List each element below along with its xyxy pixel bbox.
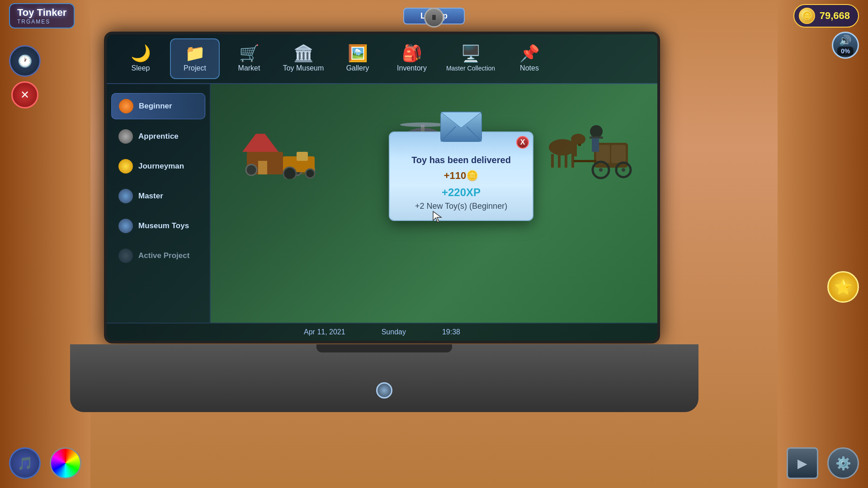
project-icon: 📁: [185, 45, 205, 61]
volume-icon: 🔊: [839, 35, 851, 47]
bottom-left-buttons: 🎵: [9, 447, 81, 479]
nav-sleep[interactable]: 🌙 Sleep: [116, 38, 165, 79]
nav-notes[interactable]: 📌 Notes: [505, 38, 554, 79]
xp-label: XP: [466, 186, 481, 198]
sidebar-item-journeyman[interactable]: Journeyman: [111, 154, 205, 179]
notification-coins: +110🪙: [399, 170, 524, 182]
nav-sleep-label: Sleep: [132, 64, 150, 72]
nav-master-collection-label: Master Collection: [446, 65, 495, 72]
toy-museum-icon: 🏛️: [293, 45, 314, 61]
volume-button[interactable]: 🔊 0%: [832, 32, 859, 59]
active-project-icon: [118, 249, 133, 263]
nav-master-collection[interactable]: 🖥️ Master Collection: [441, 38, 500, 79]
inventory-icon: 🎒: [402, 45, 422, 61]
notification-xp: +220XP: [399, 186, 524, 199]
museum-icon: [118, 219, 133, 233]
pause-button[interactable]: ⏸: [424, 8, 444, 28]
coins-display: 🪙 79,668: [793, 4, 859, 28]
left-decorations: 🕐 ✕: [9, 45, 41, 108]
beginner-icon: [119, 99, 133, 113]
status-time: 19:38: [442, 328, 460, 336]
laptop-nav: 🌙 Sleep 📁 Project 🛒 Market 🏛️ Toy Museum…: [107, 34, 657, 84]
star-button-area: ⭐: [827, 271, 859, 303]
nav-project[interactable]: 📁 Project: [170, 38, 220, 79]
nav-market[interactable]: 🛒 Market: [224, 38, 274, 79]
notification-overlay: X Toy has been delivered +110🪙 +220XP +2…: [211, 84, 657, 323]
nav-notes-label: Notes: [520, 64, 539, 72]
notification-box: X Toy has been delivered +110🪙 +220XP +2…: [389, 131, 533, 221]
nav-gallery[interactable]: 🖼️ Gallery: [333, 38, 382, 79]
nav-toy-museum[interactable]: 🏛️ Toy Museum: [278, 38, 328, 79]
right-bottom-buttons: ▶ ⚙️: [787, 447, 859, 479]
sidebar: Beginner Apprentice Journeyman Master Mu…: [107, 84, 211, 323]
nav-inventory[interactable]: 🎒 Inventory: [387, 38, 437, 79]
sidebar-journeyman-label: Journeyman: [138, 162, 184, 171]
sidebar-active-label: Active Project: [138, 251, 189, 260]
coins-amount: 79,668: [820, 10, 850, 22]
sidebar-museum-label: Museum Toys: [138, 221, 189, 230]
volume-percent: 0%: [837, 47, 854, 56]
top-bar: Toy Tinker TRGAMES ⏸ Laptop 🪙 79,668: [0, 0, 868, 32]
color-wheel-button[interactable]: [50, 447, 81, 479]
coin-icon: 🪙: [799, 8, 815, 24]
master-collection-icon: 🖥️: [461, 46, 481, 62]
gear-button[interactable]: ⚙️: [827, 447, 859, 479]
status-day: Sunday: [382, 328, 406, 336]
notes-icon: 📌: [519, 45, 540, 61]
status-date: Apr 11, 2021: [304, 328, 345, 336]
laptop-body: [70, 344, 698, 412]
market-icon: 🛒: [239, 45, 259, 61]
nav-market-label: Market: [238, 64, 260, 72]
gallery-icon: 🖼️: [348, 45, 368, 61]
nav-gallery-label: Gallery: [346, 64, 369, 72]
sidebar-item-beginner[interactable]: Beginner: [111, 93, 205, 119]
music-button[interactable]: 🎵: [9, 447, 41, 479]
nav-arrow-button[interactable]: ▶: [787, 447, 818, 479]
sidebar-item-museum-toys[interactable]: Museum Toys: [111, 213, 205, 239]
sidebar-item-active-project[interactable]: Active Project: [111, 243, 205, 268]
notification-title: Toy has been delivered: [399, 155, 524, 165]
app-title: Toy Tinker: [17, 7, 66, 19]
sidebar-apprentice-label: Apprentice: [138, 132, 179, 141]
arrow-icon: ▶: [797, 456, 807, 471]
close-icon: X: [520, 138, 525, 146]
main-area: X Toy has been delivered +110🪙 +220XP +2…: [211, 84, 657, 323]
nav-inventory-label: Inventory: [397, 64, 427, 72]
music-icon: 🎵: [17, 456, 33, 471]
journeyman-icon: [118, 159, 133, 174]
laptop-hinge: [316, 344, 452, 352]
laptop-content: Beginner Apprentice Journeyman Master Mu…: [107, 84, 657, 323]
sidebar-beginner-label: Beginner: [139, 102, 172, 111]
sleep-icon: 🌙: [131, 45, 151, 61]
star-icon: ⭐: [834, 278, 852, 296]
clock-icon: 🕐: [9, 45, 41, 77]
right-side-buttons: 🔊 0%: [832, 32, 859, 59]
company-name: TRGAMES: [17, 19, 66, 25]
gear-icon: ⚙️: [835, 456, 851, 471]
envelope-icon: [439, 108, 484, 145]
laptop-screen: 🌙 Sleep 📁 Project 🛒 Market 🏛️ Toy Museum…: [104, 32, 660, 343]
sidebar-master-label: Master: [138, 192, 163, 201]
notification-new-toys: +2 New Toy(s) (Beginner): [399, 202, 524, 211]
sidebar-item-master[interactable]: Master: [111, 183, 205, 209]
apprentice-icon: [118, 129, 133, 144]
status-bar: Apr 11, 2021 Sunday 19:38: [107, 323, 657, 341]
right-wall-panel: [778, 0, 868, 488]
nav-project-label: Project: [184, 64, 206, 72]
left-x-button[interactable]: ✕: [11, 81, 38, 108]
logo-area: Toy Tinker TRGAMES: [9, 3, 75, 28]
close-button[interactable]: X: [516, 136, 529, 149]
star-button[interactable]: ⭐: [827, 271, 859, 303]
laptop-power-button[interactable]: [376, 382, 392, 399]
pause-icon: ⏸: [430, 14, 438, 22]
nav-toy-museum-label: Toy Museum: [283, 64, 324, 72]
master-icon: [118, 189, 133, 203]
sidebar-item-apprentice[interactable]: Apprentice: [111, 124, 205, 149]
